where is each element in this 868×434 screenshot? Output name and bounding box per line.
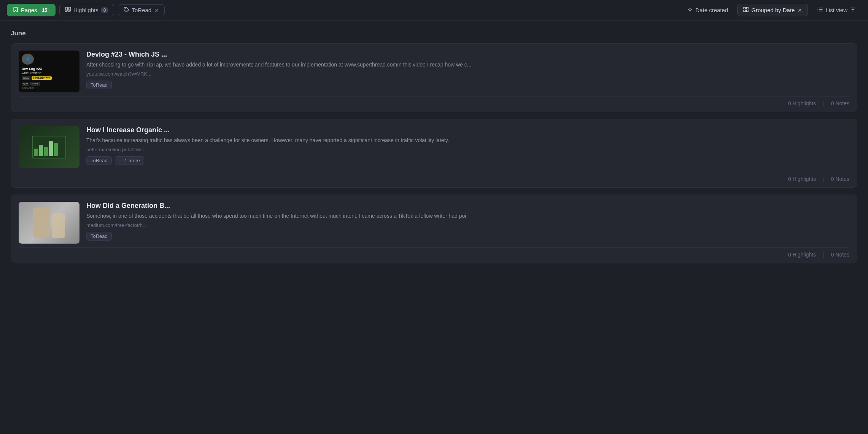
- grouped-icon: [743, 6, 749, 14]
- tab-highlights[interactable]: Highlights 0: [59, 4, 114, 16]
- card-devlog-notes: 0 Notes: [831, 100, 849, 106]
- card-generation-tags: ToRead: [86, 232, 849, 241]
- tag-toread-2[interactable]: ToRead: [86, 156, 112, 165]
- card-organic-content: How I Increase Organic ... That's becaus…: [86, 126, 849, 168]
- card-devlog-title[interactable]: Devlog #23 - Which JS ...: [86, 51, 849, 59]
- card-generation-notes: 0 Notes: [831, 252, 849, 258]
- list-view-button[interactable]: List view: [812, 4, 861, 16]
- svg-rect-4: [747, 10, 749, 12]
- tag-toread-3[interactable]: ToRead: [86, 232, 112, 241]
- card-generation: How Did a Generation B... Somehow, in on…: [11, 195, 857, 263]
- card-organic-tags: ToRead ... 1 more: [86, 156, 849, 165]
- tab-toread-label: ToRead: [132, 7, 151, 13]
- tab-pages[interactable]: Pages 15: [7, 4, 56, 16]
- tag-more[interactable]: ... 1 more: [115, 156, 144, 165]
- card-generation-footer: 0 Highlights | 0 Notes: [19, 247, 849, 258]
- card-organic-notes: 0 Notes: [831, 176, 849, 182]
- tab-highlights-label: Highlights: [73, 7, 99, 13]
- highlights-badge: 0: [101, 7, 109, 13]
- card-devlog-highlights: 0 Highlights: [788, 100, 816, 106]
- card-devlog-excerpt: After choosing to go with TipTap, we hav…: [86, 61, 849, 69]
- bookmark-icon: [13, 6, 19, 14]
- card-organic-excerpt: That's because increasing traffic has al…: [86, 136, 849, 144]
- tab-pages-label: Pages: [21, 7, 37, 13]
- card-devlog-tags: ToRead: [86, 81, 849, 89]
- svg-rect-3: [747, 7, 749, 9]
- sort-icon: [687, 6, 693, 14]
- tag-icon: [124, 7, 129, 14]
- tab-toread[interactable]: ToRead ✕: [118, 4, 165, 16]
- card-generation-title[interactable]: How Did a Generation B...: [86, 202, 849, 210]
- card-generation-highlights: 0 Highlights: [788, 252, 816, 258]
- card-generation-url: medium.com/free-factor/h...: [86, 222, 849, 228]
- card-devlog-footer: 0 Highlights | 0 Notes: [19, 96, 849, 106]
- topbar: Pages 15 Highlights 0 ToRead ✕: [0, 0, 868, 21]
- pages-badge: 15: [40, 7, 50, 13]
- svg-rect-5: [744, 10, 746, 12]
- grouped-label: Grouped by Date: [751, 7, 795, 13]
- toread-close-icon[interactable]: ✕: [154, 7, 159, 13]
- grouped-button[interactable]: Grouped by Date ✕: [737, 4, 808, 16]
- list-view-label: List view: [825, 7, 847, 13]
- card-organic-title[interactable]: How I Increase Organic ...: [86, 126, 849, 134]
- card-devlog-thumb: 👤 Dev Log #23 WHICH EDITOR tiptap LIBRAR…: [19, 51, 79, 92]
- card-devlog-url: youtube.com/watch?v=VRK...: [86, 71, 849, 77]
- card-organic-url: bettermarketing.pub/how-i...: [86, 147, 849, 152]
- card-devlog-content: Devlog #23 - Which JS ... After choosing…: [86, 51, 849, 92]
- card-generation-content: How Did a Generation B... Somehow, in on…: [86, 202, 849, 244]
- card-organic-highlights: 0 Highlights: [788, 176, 816, 182]
- svg-rect-2: [744, 7, 746, 9]
- list-icon: [817, 6, 823, 14]
- filter-icon: [850, 6, 856, 14]
- main-content: June 👤 Dev Log #23 WHICH EDITOR tiptap L…: [0, 21, 868, 279]
- card-organic: How I Increase Organic ... That's becaus…: [11, 119, 857, 188]
- quote-icon: [65, 6, 71, 14]
- card-organic-footer: 0 Highlights | 0 Notes: [19, 172, 849, 182]
- card-organic-thumb: [19, 126, 79, 168]
- card-generation-excerpt: Somehow, in one of those accidents that …: [86, 212, 849, 220]
- card-devlog: 👤 Dev Log #23 WHICH EDITOR tiptap LIBRAR…: [11, 43, 857, 112]
- tag-toread[interactable]: ToRead: [86, 81, 112, 89]
- grouped-close-icon[interactable]: ✕: [798, 7, 802, 13]
- sort-button[interactable]: Date created: [682, 4, 733, 16]
- section-june: June: [11, 30, 857, 37]
- sort-label: Date created: [695, 7, 728, 13]
- card-generation-thumb: [19, 202, 79, 244]
